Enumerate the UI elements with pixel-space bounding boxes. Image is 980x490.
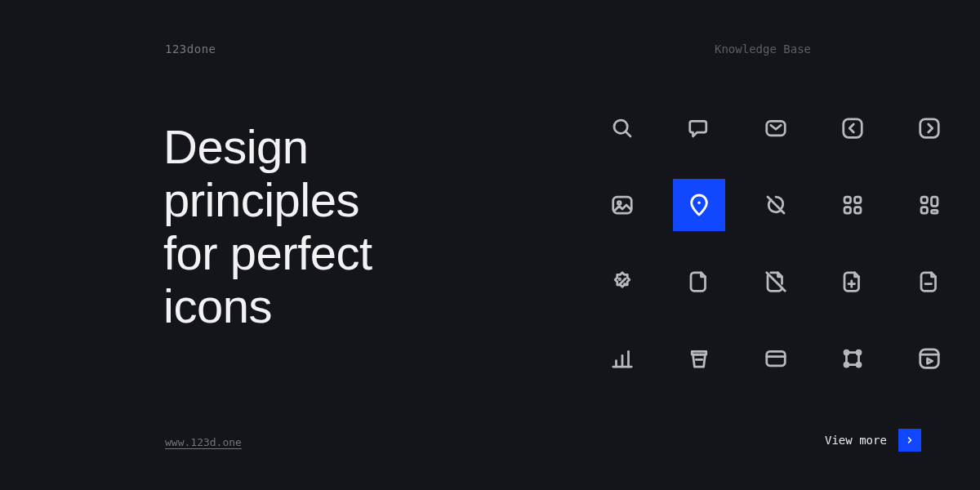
svg-rect-13 — [921, 197, 928, 203]
chevron-left-box-icon — [826, 102, 879, 154]
view-more-label: View more — [825, 434, 887, 447]
svg-marker-38 — [928, 359, 933, 363]
chevron-right-icon — [898, 429, 921, 452]
mail-icon — [750, 102, 802, 154]
play-box-icon — [903, 332, 956, 385]
file-off-icon — [750, 256, 802, 308]
chat-icon — [673, 102, 725, 154]
svg-point-7 — [697, 202, 700, 204]
svg-rect-4 — [920, 119, 939, 138]
bar-chart-icon — [596, 332, 648, 385]
svg-line-1 — [626, 131, 630, 136]
svg-rect-12 — [855, 207, 862, 214]
credit-card-icon — [750, 332, 802, 385]
page-title: Design principles for perfect icons — [163, 121, 372, 333]
search-icon — [596, 102, 648, 154]
svg-rect-29 — [767, 351, 786, 366]
svg-rect-3 — [844, 119, 862, 138]
svg-rect-15 — [921, 207, 928, 214]
svg-rect-14 — [932, 197, 938, 206]
tag-off-icon — [750, 179, 802, 231]
brand-label: 123done — [165, 42, 216, 56]
image-icon — [596, 179, 648, 231]
bounding-box-icon — [826, 332, 879, 385]
svg-point-6 — [617, 202, 621, 205]
icon-grid — [596, 102, 956, 385]
svg-point-18 — [619, 278, 621, 280]
file-add-icon — [826, 256, 879, 308]
svg-rect-16 — [932, 210, 938, 213]
chevron-right-box-icon — [903, 102, 956, 154]
file-icon — [673, 256, 725, 308]
svg-point-19 — [624, 283, 626, 285]
svg-rect-9 — [844, 197, 851, 203]
section-label: Knowledge Base — [715, 42, 811, 56]
location-pin-icon — [673, 179, 725, 231]
grid-alt-icon — [903, 179, 956, 231]
discount-badge-icon — [596, 256, 648, 308]
svg-rect-11 — [844, 207, 851, 214]
coffee-cup-icon — [673, 332, 725, 385]
view-more-button[interactable]: View more — [825, 429, 921, 452]
file-remove-icon — [903, 256, 956, 308]
grid-icon — [826, 179, 879, 231]
website-link[interactable]: www.123d.one — [165, 436, 242, 448]
svg-rect-10 — [855, 197, 862, 203]
